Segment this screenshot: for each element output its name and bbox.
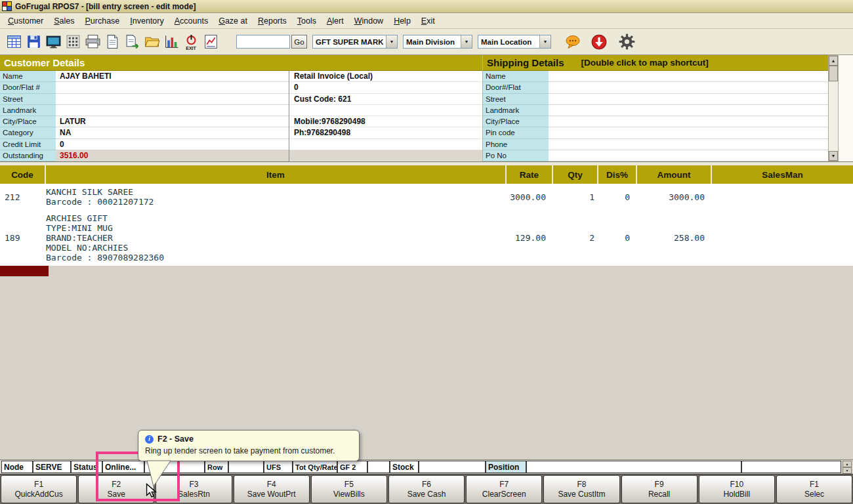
fkey-f1-selec[interactable]: F1Selec — [776, 475, 852, 503]
shipping-details-header[interactable]: Shipping Details [Double click to map sh… — [483, 55, 828, 71]
display-icon[interactable] — [43, 31, 63, 53]
item-row[interactable]: 212KANCHI SILK SAREEBarcode : 0002120717… — [0, 184, 853, 210]
menu-item-gaze-at[interactable]: Gaze at — [213, 14, 253, 28]
bar-chart-icon[interactable] — [161, 31, 181, 53]
selection-cell[interactable] — [0, 266, 49, 276]
chat-icon[interactable] — [563, 31, 583, 53]
status-totqty-value: GF 2 — [337, 461, 367, 473]
fkey-f9-recall[interactable]: F9Recall — [621, 475, 697, 503]
item-salesman — [712, 210, 853, 266]
status-value-box — [741, 461, 841, 473]
menu-item-inventory[interactable]: Inventory — [125, 14, 169, 28]
col-header-rate: Rate — [507, 165, 553, 184]
items-body: 212KANCHI SILK SAREEBarcode : 0002120717… — [0, 184, 853, 266]
status-totqty-label: Tot Qty/Rate — [293, 461, 337, 473]
shipping-value-street[interactable] — [549, 94, 828, 105]
open-folder-icon[interactable] — [142, 31, 161, 53]
shipping-value-name[interactable] — [549, 71, 828, 82]
item-discount: 0 — [598, 210, 637, 266]
invoice-type: Retail Invoice (Local) — [289, 71, 482, 82]
customer-label-street: Street — [0, 94, 56, 105]
shipping-value-door-flat[interactable] — [549, 82, 828, 93]
details-panels: Customer Details NameAJAY BAHETIDoor/Fla… — [0, 55, 853, 161]
item-salesman — [712, 184, 853, 210]
fkey-f8-save-custitm[interactable]: F8Save CustItm — [543, 475, 619, 503]
fkey-f10-holdbill[interactable]: F10HoldBill — [699, 475, 775, 503]
report-chart-icon[interactable] — [201, 31, 220, 53]
menu-item-accounts[interactable]: Accounts — [169, 14, 213, 28]
customer-details-title: Customer Details — [4, 57, 85, 68]
settings-gear-icon[interactable] — [617, 31, 636, 53]
shipping-row: Po No — [483, 150, 828, 161]
bill-table-icon[interactable] — [4, 31, 24, 53]
shipping-scrollbar[interactable]: ▲ ▼ — [828, 55, 839, 161]
exit-power-icon[interactable]: EXIT — [181, 31, 201, 53]
menu-item-reports[interactable]: Reports — [253, 14, 292, 28]
info-blank-row — [289, 105, 482, 116]
spin-up-icon[interactable]: ▲ — [843, 461, 852, 467]
status-status-label: Status — [71, 461, 102, 473]
toolbar-search-input[interactable] — [236, 35, 290, 49]
customer-label-category: Category — [0, 127, 56, 138]
go-button[interactable]: Go — [291, 35, 307, 49]
col-header-item: Item — [46, 165, 507, 184]
scroll-down-icon[interactable]: ▼ — [829, 151, 838, 161]
menu-item-alert[interactable]: Alert — [322, 14, 349, 28]
menu-item-sales[interactable]: Sales — [49, 14, 79, 28]
location-combobox[interactable]: Main Location ▼ — [478, 35, 551, 49]
fkey-f5-viewbills[interactable]: F5ViewBills — [311, 475, 387, 503]
title-bar: GoFrugal RPOS7 - [bill entry screen - ed… — [0, 0, 853, 13]
item-rate: 3000.00 — [507, 184, 553, 210]
location-combobox-value: Main Location — [478, 38, 539, 46]
shipping-value-po-no[interactable] — [549, 150, 828, 161]
division-combobox-value: Main Division — [404, 38, 461, 46]
col-header-discount: Dis% — [598, 165, 637, 184]
shipping-value-pin-code[interactable] — [549, 127, 828, 138]
chevron-down-icon[interactable]: ▼ — [386, 35, 397, 48]
print-icon[interactable] — [83, 31, 102, 53]
col-header-qty: Qty — [553, 165, 598, 184]
fkey-f1-quickaddcus[interactable]: F1QuickAddCus — [1, 475, 77, 503]
download-icon[interactable] — [589, 31, 609, 53]
shipping-row: Name — [483, 71, 828, 82]
scrollbar-thumb[interactable] — [829, 66, 838, 81]
menu-item-tools[interactable]: Tools — [292, 14, 322, 28]
item-qty: 2 — [553, 210, 598, 266]
customer-details-header: Customer Details — [0, 55, 482, 71]
menu-item-help[interactable]: Help — [388, 14, 416, 28]
mouse-cursor — [146, 483, 159, 498]
document-icon[interactable] — [102, 31, 122, 53]
status-spinner[interactable]: ▲ ▼ — [843, 461, 852, 474]
status-bar: Node SERVE Status Online... Row UFS Tot … — [0, 459, 853, 474]
shipping-value-landmark[interactable] — [549, 105, 828, 116]
scroll-up-icon[interactable]: ▲ — [829, 56, 838, 66]
menu-item-window[interactable]: Window — [349, 14, 388, 28]
shipping-label-po-no: Po No — [483, 150, 549, 161]
col-header-salesman: SalesMan — [712, 165, 853, 184]
toolbar: EXIT Go GFT SUPER MARK ▼ Main Division ▼… — [0, 29, 853, 55]
fkey-f4-save-woutprt[interactable]: F4Save WoutPrt — [234, 475, 310, 503]
shipping-value-city-place[interactable] — [549, 116, 828, 127]
menu-item-exit[interactable]: Exit — [416, 14, 440, 28]
store-combobox[interactable]: GFT SUPER MARK ▼ — [312, 35, 398, 49]
shipping-label-name: Name — [483, 71, 549, 82]
item-code: 212 — [0, 184, 46, 210]
menu-item-customer[interactable]: Customer — [3, 14, 49, 28]
spin-down-icon[interactable]: ▼ — [843, 467, 852, 474]
shipping-value-phone[interactable] — [549, 139, 828, 150]
keypad-icon[interactable] — [63, 31, 83, 53]
division-combobox[interactable]: Main Division ▼ — [403, 35, 472, 49]
customer-label-landmark: Landmark — [0, 105, 56, 116]
scrollbar-track[interactable] — [829, 66, 838, 151]
doc-export-icon[interactable] — [122, 31, 142, 53]
menu-item-purchase[interactable]: Purchase — [79, 14, 125, 28]
item-row[interactable]: 189ARCHIES GIFTTYPE:MINI MUGBRAND:TEACHE… — [0, 210, 853, 266]
fkey-f7-clearscreen[interactable]: F7ClearScreen — [466, 475, 542, 503]
chevron-down-icon[interactable]: ▼ — [539, 35, 551, 48]
status-value-box — [228, 461, 264, 473]
save-icon[interactable] — [24, 31, 43, 53]
chevron-down-icon[interactable]: ▼ — [461, 35, 472, 48]
invoice-number: 0 — [289, 82, 482, 93]
fkey-f6-save-cash[interactable]: F6Save Cash — [388, 475, 465, 503]
status-value-box — [367, 461, 390, 473]
